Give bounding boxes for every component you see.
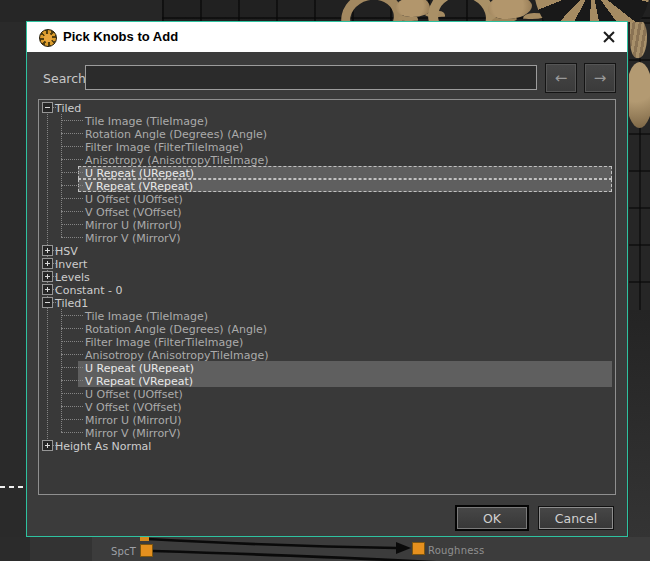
tree-item[interactable]: V Repeat (VRepeat)	[39, 374, 615, 387]
tree-item-label: Mirror U (MirrorU)	[85, 218, 182, 231]
wire-arrow-icon	[396, 542, 411, 554]
tree-branch-line	[61, 341, 83, 342]
nuke-app-icon	[39, 29, 57, 47]
tree-branch-line	[61, 432, 83, 433]
expander-minus-icon[interactable]	[42, 102, 53, 113]
tree-item[interactable]: Mirror U (MirrorU)	[39, 413, 615, 426]
tree-item[interactable]: Filter Image (FilterTileImage)	[39, 140, 615, 153]
tree-branch-line	[61, 211, 83, 212]
tree-item-label: Constant - 0	[55, 283, 122, 296]
node-graph-grid-top	[162, 0, 650, 22]
right-arrow-icon: →	[594, 69, 607, 87]
tree-item[interactable]: Mirror V (MirrorV)	[39, 231, 615, 244]
search-input[interactable]	[85, 65, 537, 90]
tree-item[interactable]: V Offset (VOffset)	[39, 205, 615, 218]
search-label: Search	[43, 71, 86, 86]
tree-item-label: Tile Image (TileImage)	[85, 114, 208, 127]
spct-port[interactable]	[140, 544, 153, 557]
expander-plus-icon[interactable]	[42, 258, 53, 269]
tree-item-label: Tiled1	[55, 296, 88, 309]
tree-item-label: Anisotropy (AnisotropyTileImage)	[85, 153, 268, 166]
tree-item[interactable]: Tiled	[39, 101, 615, 114]
tree-item-label: U Offset (UOffset)	[85, 192, 183, 205]
tree-item[interactable]: U Offset (UOffset)	[39, 387, 615, 400]
node-graph-bottom: SpcT Roughness	[0, 537, 650, 561]
tree-branch-line	[61, 146, 83, 147]
tree-item[interactable]: Filter Image (FilterTileImage)	[39, 335, 615, 348]
tree-item[interactable]: Tile Image (TileImage)	[39, 114, 615, 127]
tree-item[interactable]: Anisotropy (AnisotropyTileImage)	[39, 153, 615, 166]
tree-branch-line	[61, 393, 83, 394]
tree-item[interactable]: Constant - 0	[39, 283, 615, 296]
tree-item-label: V Offset (VOffset)	[85, 205, 182, 218]
tree-item-label: Anisotropy (AnisotropyTileImage)	[85, 348, 268, 361]
tree-item-label: Rotation Angle (Degrees) (Angle)	[85, 322, 267, 335]
expander-minus-icon[interactable]	[42, 297, 53, 308]
selected-wire-dashed	[0, 486, 26, 488]
expander-plus-icon[interactable]	[42, 271, 53, 282]
tree-branch-line	[61, 419, 83, 420]
tree-branch-line	[61, 354, 83, 355]
tree-item-label: Filter Image (FilterTileImage)	[85, 335, 243, 348]
tree-item-label: U Repeat (URepeat)	[85, 361, 194, 374]
tree-item-label: Tiled	[55, 101, 81, 114]
roughness-port[interactable]	[412, 542, 425, 555]
tree-item-label: V Offset (VOffset)	[85, 400, 182, 413]
tree-branch-line	[61, 406, 83, 407]
texture-thumbnail	[630, 22, 647, 58]
screen: SpcT Roughness Pick Knobs to Add Search …	[0, 0, 650, 561]
tree-item-label: Mirror V (MirrorV)	[85, 426, 180, 439]
search-next-button[interactable]: →	[584, 63, 616, 93]
tree-item[interactable]: HSV	[39, 244, 615, 257]
tree-item-label: Tile Image (TileImage)	[85, 309, 208, 322]
tree-branch-line	[61, 328, 83, 329]
tree-item[interactable]: Invert	[39, 257, 615, 270]
knob-tree: TiledTile Image (TileImage)Rotation Angl…	[38, 99, 616, 495]
tree-item[interactable]: U Offset (UOffset)	[39, 192, 615, 205]
texture-thumbnail	[488, 0, 532, 19]
tree-branch-line	[61, 237, 83, 238]
tree-item-label: HSV	[55, 244, 78, 257]
tree-item[interactable]: U Repeat (URepeat)	[39, 361, 615, 374]
tree-item-label: V Repeat (VRepeat)	[85, 179, 193, 192]
tree-branch-line	[61, 198, 83, 199]
tree-item[interactable]: Height As Normal	[39, 439, 615, 452]
pick-knobs-dialog: Pick Knobs to Add Search ← → TiledTile I…	[26, 21, 628, 537]
tree-item[interactable]: Rotation Angle (Degrees) (Angle)	[39, 127, 615, 140]
expander-plus-icon[interactable]	[42, 284, 53, 295]
node-title: Roughness	[428, 545, 484, 556]
tree-item-label: V Repeat (VRepeat)	[85, 374, 193, 387]
tree-item-label: Height As Normal	[55, 439, 151, 452]
node-graph-grid-right	[629, 22, 650, 537]
tree-branch-line	[61, 120, 83, 121]
tree-item[interactable]: V Offset (VOffset)	[39, 400, 615, 413]
background-panel	[0, 0, 162, 22]
tree-branch-line	[61, 159, 83, 160]
tree-branch-line	[61, 315, 83, 316]
close-icon[interactable]	[601, 29, 618, 46]
tree-branch-line	[61, 172, 83, 173]
tree-item[interactable]: Anisotropy (AnisotropyTileImage)	[39, 348, 615, 361]
knob-tree-rows: TiledTile Image (TileImage)Rotation Angl…	[39, 100, 615, 494]
texture-thumbnail	[534, 0, 650, 22]
search-prev-button[interactable]: ←	[545, 63, 577, 93]
tree-item[interactable]: Mirror U (MirrorU)	[39, 218, 615, 231]
tree-item-label: U Offset (UOffset)	[85, 387, 183, 400]
cancel-button[interactable]: Cancel	[538, 506, 614, 530]
expander-plus-icon[interactable]	[42, 440, 53, 451]
tree-item[interactable]: Tiled1	[39, 296, 615, 309]
dialog-titlebar[interactable]: Pick Knobs to Add	[27, 22, 627, 52]
tree-item[interactable]: V Repeat (VRepeat)	[39, 179, 615, 192]
tree-item[interactable]: Rotation Angle (Degrees) (Angle)	[39, 322, 615, 335]
ok-button[interactable]: OK	[455, 505, 529, 531]
node-wires	[0, 537, 650, 561]
tree-item[interactable]: U Repeat (URepeat)	[39, 166, 615, 179]
tree-item[interactable]: Levels	[39, 270, 615, 283]
tree-item[interactable]: Mirror V (MirrorV)	[39, 426, 615, 439]
tree-branch-line	[61, 224, 83, 225]
tree-item-label: Invert	[55, 257, 87, 270]
node-port[interactable]	[140, 537, 149, 541]
expander-plus-icon[interactable]	[42, 245, 53, 256]
tree-item[interactable]: Tile Image (TileImage)	[39, 309, 615, 322]
texture-thumbnail	[396, 0, 430, 17]
